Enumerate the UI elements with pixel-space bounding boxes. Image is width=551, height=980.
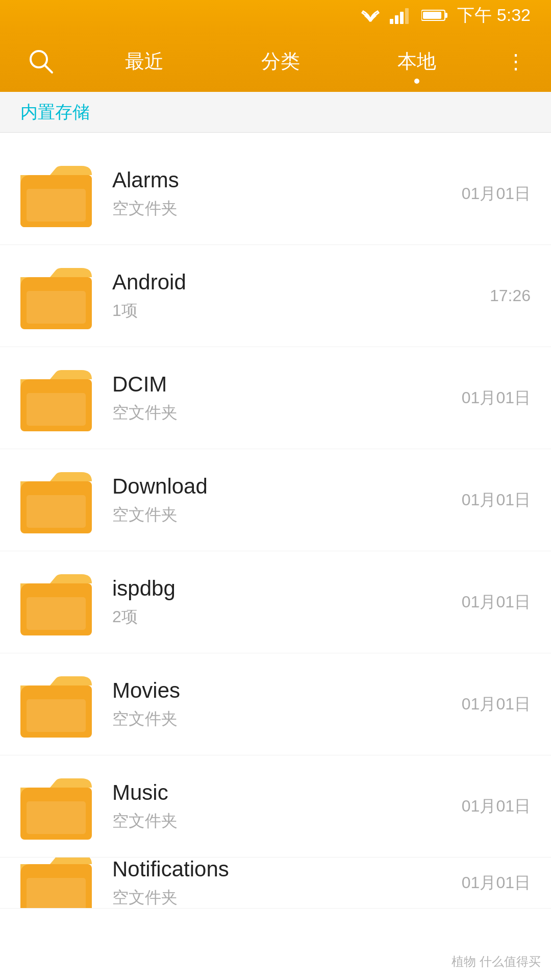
folder-icon [20,467,92,533]
file-date: 01月01日 [462,183,531,205]
watermark: 植物 什么值得买 [452,953,541,970]
file-date: 01月01日 [462,872,531,894]
status-bar: 下午 5:32 [0,0,551,31]
file-info: Movies 空文件夹 [112,678,452,730]
file-info: Music 空文件夹 [112,780,452,832]
file-date: 01月01日 [462,693,531,716]
file-date: 17:26 [490,286,531,305]
svg-rect-13 [27,291,86,324]
file-date: 01月01日 [462,795,531,818]
file-date: 01月01日 [462,387,531,409]
folder-icon [20,671,92,738]
list-item[interactable]: DCIM 空文件夹 01月01日 [0,347,551,449]
svg-rect-21 [27,699,86,732]
svg-line-8 [45,65,52,72]
list-item[interactable]: Android 1项 17:26 [0,245,551,347]
file-meta: 空文件夹 [112,810,452,832]
tab-recent[interactable]: 最近 [115,43,174,80]
nav-bar: 最近 分类 本地 ⋮ [0,31,551,92]
file-name: DCIM [112,372,452,397]
file-info: Download 空文件夹 [112,474,452,526]
file-info: ispdbg 2项 [112,576,452,628]
battery-icon [421,8,448,22]
list-item[interactable]: Alarms 空文件夹 01月01日 [0,143,551,245]
breadcrumb-text: 内置存储 [20,101,90,124]
file-date: 01月01日 [462,591,531,614]
file-meta: 空文件夹 [112,504,452,526]
file-meta: 空文件夹 [112,708,452,730]
svg-rect-3 [405,8,409,24]
folder-icon [20,569,92,635]
list-item[interactable]: Notifications 空文件夹 01月01日 [0,857,551,909]
file-info: Android 1项 [112,270,480,322]
svg-rect-23 [27,801,86,834]
folder-icon [20,773,92,840]
status-icons: 下午 5:32 [360,4,531,27]
svg-rect-17 [27,495,86,528]
file-name: Notifications [112,857,452,881]
wifi-icon [360,7,381,23]
file-name: Download [112,474,452,499]
svg-rect-2 [400,12,404,24]
file-name: Music [112,780,452,805]
folder-icon [20,365,92,431]
folder-icon [20,857,92,909]
file-date: 01月01日 [462,489,531,511]
file-info: DCIM 空文件夹 [112,372,452,424]
nav-tabs: 最近 分类 本地 [61,43,500,80]
file-meta: 空文件夹 [112,198,452,220]
list-item[interactable]: ispdbg 2项 01月01日 [0,551,551,653]
tab-category[interactable]: 分类 [251,43,310,80]
svg-rect-15 [27,393,86,426]
file-meta: 1项 [112,300,480,322]
folder-icon [20,161,92,227]
folder-icon [20,263,92,329]
svg-rect-25 [27,878,86,909]
signal-icon [390,7,412,24]
file-name: Android [112,270,480,295]
search-icon [28,48,54,75]
file-name: Movies [112,678,452,703]
file-info: Notifications 空文件夹 [112,857,452,909]
list-item[interactable]: Music 空文件夹 01月01日 [0,755,551,857]
svg-rect-19 [27,597,86,630]
svg-rect-0 [390,19,393,24]
svg-rect-6 [423,12,441,19]
file-meta: 空文件夹 [112,402,452,424]
search-button[interactable] [20,41,61,82]
tab-local[interactable]: 本地 [387,43,446,80]
file-name: ispdbg [112,576,452,601]
more-button[interactable]: ⋮ [500,41,531,82]
file-meta: 2项 [112,606,452,628]
file-info: Alarms 空文件夹 [112,168,452,220]
file-list: Alarms 空文件夹 01月01日 Android 1项 17:26 [0,133,551,919]
breadcrumb: 内置存储 [0,92,551,133]
file-name: Alarms [112,168,452,192]
list-item[interactable]: Movies 空文件夹 01月01日 [0,653,551,755]
svg-rect-1 [395,15,398,24]
list-item[interactable]: Download 空文件夹 01月01日 [0,449,551,551]
file-meta: 空文件夹 [112,887,452,909]
svg-rect-5 [445,13,447,18]
status-time: 下午 5:32 [457,4,531,27]
svg-rect-11 [27,189,86,222]
